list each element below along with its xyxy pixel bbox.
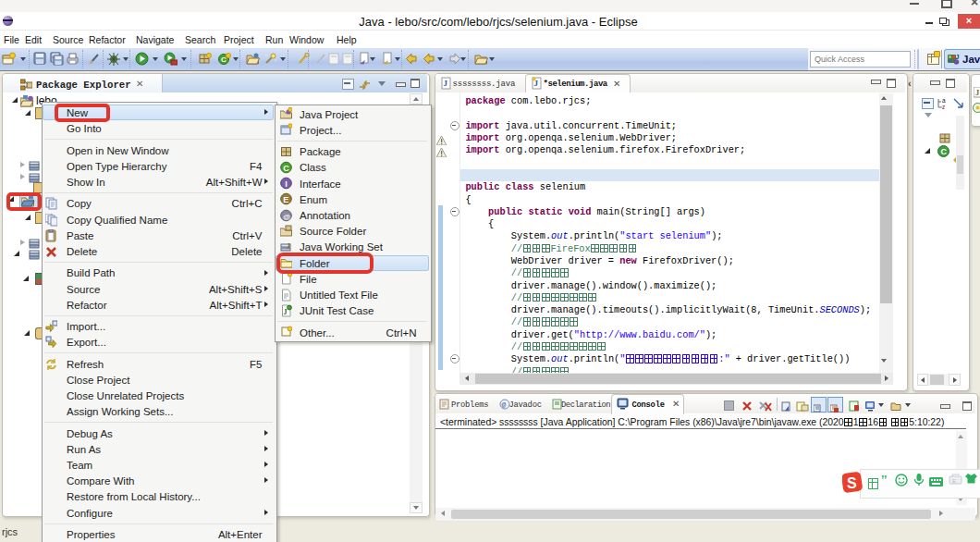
svg-text:z: z xyxy=(942,104,945,109)
svg-text:@: @ xyxy=(502,400,507,409)
svg-text:C: C xyxy=(221,55,227,64)
svg-text:J: J xyxy=(287,242,290,251)
svg-text:E: E xyxy=(283,195,288,204)
svg-text:J: J xyxy=(444,79,448,88)
svg-text:a: a xyxy=(942,97,946,104)
svg-text:C: C xyxy=(283,163,289,172)
svg-text:J: J xyxy=(956,54,960,60)
svg-text:C: C xyxy=(941,147,948,156)
svg-text:@: @ xyxy=(283,212,290,220)
svg-text:S: S xyxy=(847,475,857,491)
svg-text:I: I xyxy=(285,179,288,189)
svg-text:E: E xyxy=(952,478,956,484)
svg-text:J: J xyxy=(284,308,288,316)
